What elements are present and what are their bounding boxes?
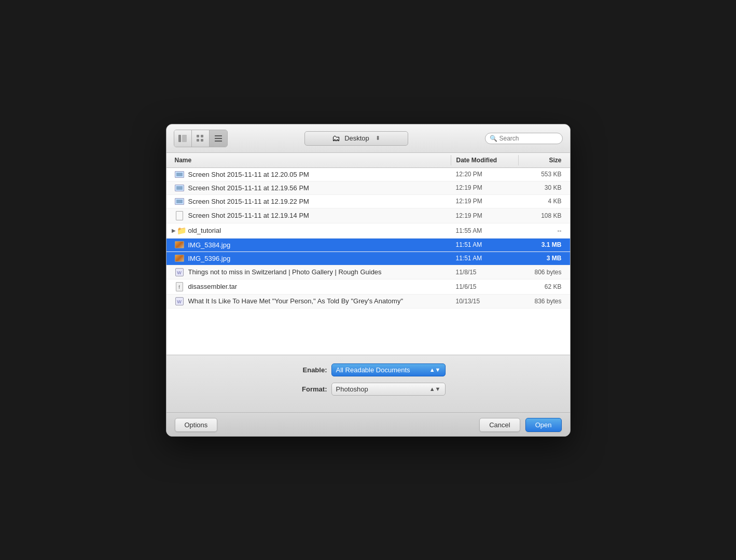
icon-view-button[interactable] <box>192 130 210 147</box>
enable-label: Enable: <box>291 366 327 374</box>
sidebar-view-button[interactable] <box>174 130 192 147</box>
file-rows: Screen Shot 2015-11-11 at 12.20.05 PM 12… <box>166 168 570 355</box>
table-row[interactable]: Screen Shot 2015-11-11 at 12.19.56 PM 12… <box>166 181 570 195</box>
format-select[interactable]: Photoshop ▲▼ <box>331 383 446 396</box>
svg-rect-2 <box>197 135 199 137</box>
file-type-icon: W <box>175 297 184 305</box>
date-column-header[interactable]: Date Modified <box>451 155 518 165</box>
location-selector[interactable]: 🗂 Desktop ⬍ <box>304 131 408 146</box>
file-name-cell: W Things not to miss in Switzerland | Ph… <box>166 265 451 279</box>
buttons-row: Options Cancel Open <box>166 412 570 436</box>
file-date: 12:19 PM <box>451 181 518 194</box>
folder-disclosure-icon: ▶ <box>172 228 176 233</box>
search-box[interactable]: 🔍 <box>485 133 563 144</box>
file-type-icon <box>175 211 184 220</box>
format-value: Photoshop <box>336 385 368 393</box>
toolbar: 🗂 Desktop ⬍ 🔍 <box>166 124 570 153</box>
format-arrows-icon: ▲▼ <box>429 386 441 392</box>
file-name-cell: Screen Shot 2015-11-11 at 12.19.14 PM <box>166 208 451 223</box>
file-date: 10/13/15 <box>451 295 518 307</box>
format-label: Format: <box>291 385 327 393</box>
table-row[interactable]: W What It Is Like To Have Met "Your Pers… <box>166 295 570 309</box>
enable-arrows-icon: ▲▼ <box>429 367 441 373</box>
options-button[interactable]: Options <box>175 418 218 432</box>
cancel-button[interactable]: Cancel <box>479 418 520 432</box>
file-type-icon <box>175 198 184 205</box>
table-row[interactable]: IMG_5384.jpg 11:51 AM 3.1 MB <box>166 239 570 252</box>
table-row[interactable]: ▶📁 old_tutorial 11:55 AM -- <box>166 223 570 239</box>
table-row[interactable]: Screen Shot 2015-11-11 at 12.20.05 PM 12… <box>166 168 570 181</box>
file-size: -- <box>518 225 570 237</box>
file-name-cell: Screen Shot 2015-11-11 at 12.20.05 PM <box>166 168 451 181</box>
table-row[interactable]: IMG_5396.jpg 11:51 AM 3 MB <box>166 252 570 265</box>
file-name-cell: Screen Shot 2015-11-11 at 12.19.56 PM <box>166 181 451 194</box>
desktop-folder-icon: 🗂 <box>332 134 340 143</box>
file-date: 11:51 AM <box>451 252 518 264</box>
file-type-icon <box>175 241 184 248</box>
enable-value: All Readable Documents <box>336 366 410 374</box>
file-type-icon <box>175 171 184 178</box>
file-type-icon <box>175 185 184 191</box>
open-dialog: 🗂 Desktop ⬍ 🔍 Name Date Modified Size Sc… <box>166 124 571 437</box>
svg-rect-4 <box>197 139 199 142</box>
file-name: Screen Shot 2015-11-11 at 12.19.56 PM <box>188 184 309 192</box>
file-size: 553 KB <box>518 168 570 180</box>
list-view-button[interactable] <box>210 130 227 147</box>
file-name-cell: IMG_5396.jpg <box>166 252 451 265</box>
file-date: 11:51 AM <box>451 239 518 251</box>
format-row: Format: Photoshop ▲▼ <box>179 383 558 396</box>
file-name: Screen Shot 2015-11-11 at 12.19.14 PM <box>188 212 309 219</box>
file-name: IMG_5396.jpg <box>188 255 231 262</box>
view-buttons <box>174 130 228 147</box>
archive-icon: f <box>176 282 183 291</box>
image-icon <box>175 255 184 262</box>
location-bar: 🗂 Desktop ⬍ <box>232 131 481 146</box>
file-name: Screen Shot 2015-11-11 at 12.19.22 PM <box>188 198 309 205</box>
folder-icon: 📁 <box>177 226 187 235</box>
svg-rect-5 <box>201 139 203 142</box>
web-icon: W <box>175 297 184 305</box>
name-column-header[interactable]: Name <box>166 155 451 165</box>
svg-rect-3 <box>201 135 203 137</box>
file-type-icon: f <box>175 282 184 291</box>
file-size: 3.1 MB <box>518 239 570 251</box>
file-date: 12:19 PM <box>451 209 518 222</box>
file-size: 4 KB <box>518 195 570 207</box>
file-name: Things not to miss in Switzerland | Phot… <box>188 268 382 276</box>
file-type-icon: ▶📁 <box>175 226 184 235</box>
file-name: Screen Shot 2015-11-11 at 12.20.05 PM <box>188 171 309 178</box>
location-chevron-icon: ⬍ <box>376 135 380 142</box>
file-name-cell: W What It Is Like To Have Met "Your Pers… <box>166 295 451 308</box>
svg-rect-0 <box>178 135 181 142</box>
table-row[interactable]: Screen Shot 2015-11-11 at 12.19.22 PM 12… <box>166 195 570 208</box>
file-name-cell: ▶📁 old_tutorial <box>166 223 451 238</box>
table-row[interactable]: Screen Shot 2015-11-11 at 12.19.14 PM 12… <box>166 208 570 223</box>
file-size: 836 bytes <box>518 295 570 307</box>
table-row[interactable]: f disassembler.tar 11/6/15 62 KB <box>166 279 570 295</box>
file-date: 11/8/15 <box>451 266 518 278</box>
open-button[interactable]: Open <box>525 418 562 432</box>
file-size: 108 KB <box>518 209 570 222</box>
file-list: Screen Shot 2015-11-11 at 12.20.05 PM 12… <box>166 168 570 355</box>
enable-row: Enable: All Readable Documents ▲▼ <box>179 363 558 376</box>
file-size: 806 bytes <box>518 266 570 278</box>
file-date: 11/6/15 <box>451 281 518 293</box>
screenshot-icon <box>175 171 184 178</box>
svg-rect-1 <box>182 135 187 142</box>
file-type-icon <box>175 255 184 262</box>
search-icon: 🔍 <box>490 135 497 142</box>
file-name: disassembler.tar <box>188 283 238 290</box>
file-date: 11:55 AM <box>451 225 518 237</box>
file-name-cell: f disassembler.tar <box>166 279 451 294</box>
table-row[interactable]: W Things not to miss in Switzerland | Ph… <box>166 265 570 279</box>
file-name: What It Is Like To Have Met "Your Person… <box>188 297 404 305</box>
size-column-header[interactable]: Size <box>518 155 570 165</box>
svg-rect-6 <box>215 135 222 136</box>
screenshot-icon <box>175 185 184 191</box>
screenshot-icon <box>175 198 184 205</box>
file-name: old_tutorial <box>188 227 221 234</box>
column-headers: Name Date Modified Size <box>166 153 570 168</box>
enable-select[interactable]: All Readable Documents ▲▼ <box>331 363 446 376</box>
search-input[interactable] <box>499 135 558 142</box>
file-date: 12:19 PM <box>451 195 518 207</box>
